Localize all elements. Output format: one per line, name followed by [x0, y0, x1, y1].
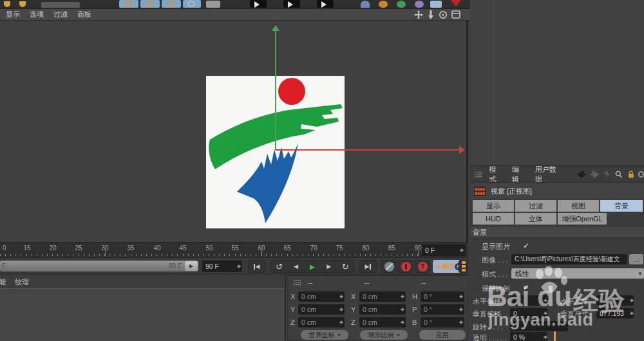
apply-button[interactable]: 应用 — [419, 330, 466, 340]
tab-background[interactable]: 背景 — [600, 200, 643, 212]
loop-forward-button[interactable]: ↻ — [337, 262, 354, 272]
key-rotation-icon[interactable] — [448, 264, 454, 270]
stepper[interactable] — [458, 318, 464, 327]
attributes-object-row[interactable]: 视窗 [正视图] — [470, 183, 644, 199]
stepper[interactable] — [542, 309, 549, 318]
tab-filter[interactable]: 过滤 — [515, 200, 556, 212]
toolbar-icon-fragment[interactable] — [283, 0, 300, 8]
stepper[interactable] — [399, 292, 406, 301]
toolbar-icon-fragment-selected[interactable] — [119, 0, 138, 8]
key-selection-button[interactable] — [459, 260, 468, 273]
object-manager-divider — [493, 0, 494, 165]
toggle-view-icon[interactable] — [451, 10, 460, 19]
timeline-ruler[interactable]: 0 15 20 25 30 35 40 45 50 55 60 65 70 75… — [0, 242, 468, 258]
pin-icon[interactable] — [603, 170, 611, 179]
play-button[interactable]: ▶ — [304, 263, 321, 270]
current-frame-stepper[interactable] — [236, 262, 242, 271]
attributes-grid-icon[interactable] — [474, 171, 482, 178]
stepper[interactable] — [399, 305, 406, 314]
toolbar-icon-fragment[interactable] — [379, 1, 388, 8]
coords-label: Y — [290, 306, 295, 313]
tab-enhanced-opengl[interactable]: 增强OpenGL — [558, 213, 607, 225]
stepper[interactable] — [542, 296, 549, 305]
goto-start-button[interactable]: ◀ — [248, 260, 265, 273]
browse-button[interactable]: … — [629, 254, 643, 264]
tab-view[interactable]: 视图 — [558, 200, 599, 212]
partial-icon[interactable] — [638, 171, 644, 178]
viewport-menu-panel[interactable]: 面板 — [77, 10, 91, 19]
viewport-menu-display[interactable]: 显示 — [6, 10, 20, 19]
tab-hud[interactable]: HUD — [473, 213, 514, 225]
record-disabled-button[interactable] — [381, 260, 397, 273]
attributes-menu-edit[interactable]: 编辑 — [512, 165, 525, 184]
toolbar-icon-fragment[interactable] — [206, 1, 220, 8]
next-frame-button[interactable]: ▶ — [321, 263, 337, 270]
mode-dropdown[interactable]: 线性 ▾ — [511, 268, 644, 279]
image-path-field[interactable]: C:\Users\ffj\Pictures\百度经验\新建文 — [511, 254, 627, 264]
toolbar-icon-fragment[interactable] — [4, 1, 10, 7]
toolbar-icon-fragment-selected[interactable] — [162, 0, 181, 8]
history-forward-icon[interactable] — [588, 170, 601, 179]
toolbar-icon-fragment-selected[interactable] — [183, 0, 201, 8]
toolbar-icon-fragment[interactable] — [41, 2, 80, 8]
stepper[interactable] — [629, 309, 635, 318]
key-position-icon[interactable] — [435, 263, 442, 270]
viewport-menu-options[interactable]: 选项 — [30, 10, 44, 19]
lock-icon[interactable] — [628, 170, 634, 179]
object-manager-empty[interactable] — [470, 0, 644, 166]
tab-stereo[interactable]: 立体 — [515, 213, 556, 225]
materials-menu-function[interactable]: 功能 — [0, 277, 6, 287]
prev-frame-button[interactable]: ◀ — [288, 263, 305, 270]
transparency-slider-handle[interactable] — [554, 331, 556, 341]
stepper[interactable] — [629, 296, 635, 305]
attributes-menu-mode[interactable]: 模式 — [489, 165, 502, 184]
end-frame-stepper[interactable] — [459, 246, 465, 255]
toolbar-icon-fragment[interactable] — [430, 1, 442, 8]
toolbar-icon-fragment[interactable] — [397, 1, 406, 8]
ruler-number: 20 — [49, 244, 56, 252]
viewport[interactable] — [0, 21, 468, 242]
pan-icon[interactable] — [414, 10, 423, 19]
toolbar-icon-fragment[interactable] — [19, 1, 26, 7]
timeline-range-slider[interactable]: F 90 F ▶ — [0, 261, 198, 272]
history-back-icon[interactable] — [576, 170, 587, 179]
range-knob[interactable]: ▶ — [185, 261, 198, 271]
show-image-checkbox[interactable]: ✓ — [523, 241, 529, 250]
stepper[interactable] — [458, 305, 464, 314]
goto-end-button[interactable]: ▶ — [359, 260, 377, 273]
keep-ratio-checkbox[interactable]: ✓ — [523, 283, 529, 292]
prop-show-image: 显示图片 ✓ — [470, 241, 644, 252]
mode-label: 模式 . . . — [482, 270, 507, 279]
attributes-menu-userdata[interactable]: 用户数据 — [535, 165, 560, 184]
rotation-field[interactable] — [510, 321, 568, 331]
stepper[interactable] — [338, 292, 345, 301]
toolbar-icon-fragment[interactable] — [361, 1, 370, 8]
toolbar-icon-fragment-selected[interactable] — [140, 0, 160, 8]
tab-display[interactable]: 显示 — [473, 200, 514, 212]
record-keyframe-button[interactable] — [398, 260, 413, 273]
stepper[interactable] — [399, 318, 406, 327]
zoom-icon[interactable] — [427, 10, 435, 19]
viewport-menu-filter[interactable]: 过滤 — [53, 10, 68, 19]
stepper[interactable] — [542, 333, 549, 341]
prop-image: 图像 . . . C:\Users\ffj\Pictures\百度经验\新建文 … — [470, 254, 644, 266]
range-right-label: 90 F — [169, 263, 182, 270]
stepper[interactable] — [338, 318, 345, 327]
background-section-header[interactable]: 背景 — [470, 227, 644, 238]
stepper[interactable] — [458, 292, 464, 301]
toolbar-icon-fragment[interactable] — [317, 0, 334, 8]
search-icon[interactable] — [615, 170, 623, 179]
coords-col2-header: -- — [365, 279, 421, 286]
key-scale-icon[interactable] — [442, 264, 448, 269]
coords-system-dropdown[interactable]: 世界坐标▾ — [301, 330, 348, 340]
autokey-help-button[interactable]: ? — [415, 260, 430, 273]
coords-label: X — [290, 293, 295, 300]
coords-scale-dropdown[interactable]: 增加比例▾ — [360, 330, 408, 340]
stepper[interactable] — [338, 305, 345, 314]
rotate-view-icon[interactable] — [439, 10, 448, 19]
loop-back-button[interactable]: ↺ — [271, 262, 288, 272]
coords-grid-icon[interactable] — [293, 279, 301, 286]
toolbar-icon-fragment[interactable] — [250, 0, 267, 8]
materials-menu-texture[interactable]: 纹理 — [15, 277, 29, 287]
toolbar-icon-fragment[interactable] — [415, 1, 424, 8]
